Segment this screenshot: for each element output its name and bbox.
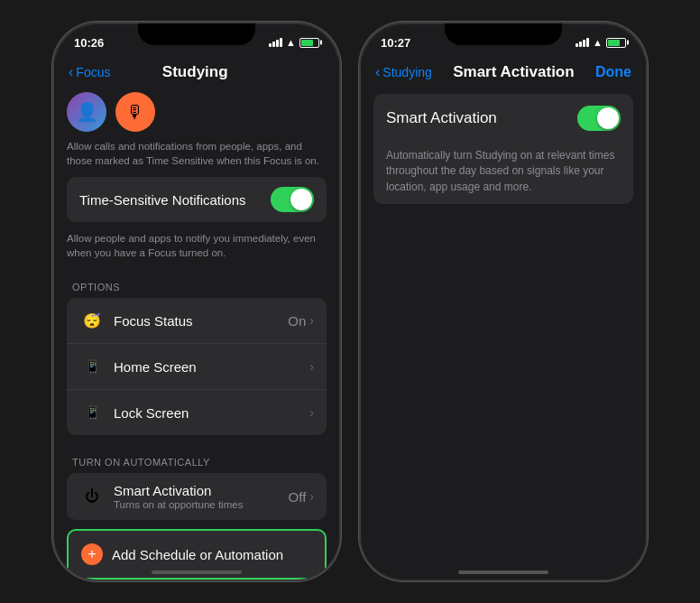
screen-2: ‹ Studying Smart Activation Done Smart A… [361, 56, 646, 580]
content-1: 👤 🎙 Allow calls and notifications from p… [54, 87, 339, 580]
lock-screen-label: Lock Screen [114, 405, 189, 421]
smart-activation-section: ⏻ Smart Activation Turns on at opportune… [67, 473, 327, 520]
back-label-1: Focus [76, 65, 110, 79]
options-header: OPTIONS [67, 269, 327, 298]
nav-bar-2: ‹ Studying Smart Activation Done [361, 56, 646, 87]
bar4-2 [586, 38, 589, 47]
lock-screen-icon: 📱 [79, 400, 105, 425]
smart-act-toggle-knob [597, 107, 619, 129]
focus-status-icon: 😴 [79, 308, 105, 333]
smart-activation-text: Smart Activation Turns on at opportune t… [114, 483, 243, 510]
smart-activation-left: ⏻ Smart Activation Turns on at opportune… [79, 483, 243, 510]
smart-activation-chevron: › [309, 489, 314, 504]
lock-screen-chevron: › [309, 405, 314, 420]
time-sensitive-section: Time-Sensitive Notifications [67, 177, 327, 222]
bar2 [272, 42, 275, 47]
chevron-back-icon-2: ‹ [375, 64, 380, 80]
battery-fill [301, 40, 313, 46]
nav-bar-1: ‹ Focus Studying [54, 56, 339, 87]
wifi-icon: ▲ [286, 37, 296, 48]
smart-act-label: Smart Activation [386, 109, 497, 127]
bar1 [269, 43, 272, 47]
time-sensitive-desc: Allow people and apps to notify you imme… [67, 231, 327, 269]
options-section: 😴 Focus Status On › 📱 Home Screen › [67, 298, 327, 435]
smart-act-section: Smart Activation Automatically turn Stud… [373, 94, 633, 204]
avatar-app: 🎙 [115, 92, 155, 132]
screen-1: ‹ Focus Studying 👤 🎙 Allow calls and not… [54, 56, 339, 580]
avatar-row: 👤 🎙 [67, 87, 327, 139]
smart-act-content: Smart Activation Automatically turn Stud… [361, 87, 646, 218]
battery-icon [299, 38, 319, 48]
allow-description: Allow calls and notifications from peopl… [67, 139, 327, 177]
smart-activation-value: Off [289, 489, 307, 505]
toggle-knob [290, 189, 312, 210]
lock-screen-right: › [309, 405, 314, 420]
status-icons-1: ▲ [269, 37, 319, 48]
battery-icon-2 [606, 38, 626, 48]
lock-screen-row[interactable]: 📱 Lock Screen › [67, 390, 327, 435]
time-sensitive-label: Time-Sensitive Notifications [79, 192, 246, 208]
smart-activation-subtitle: Turns on at opportune times [114, 499, 243, 510]
signal-icon [269, 38, 282, 47]
home-screen-icon: 📱 [79, 354, 105, 379]
chevron-back-icon: ‹ [69, 64, 73, 80]
focus-status-right: On › [288, 313, 314, 329]
phone-2: 10:27 ▲ ‹ Studying Smart Activation Done [359, 22, 648, 581]
notch-2 [445, 23, 562, 45]
time-1: 10:26 [74, 36, 104, 50]
focus-status-chevron: › [309, 313, 314, 328]
focus-status-row[interactable]: 😴 Focus Status On › [67, 298, 327, 344]
focus-status-value: On [288, 313, 306, 329]
time-2: 10:27 [381, 36, 410, 50]
focus-status-label: Focus Status [114, 313, 193, 329]
page-title-1: Studying [162, 63, 228, 81]
lock-screen-left: 📱 Lock Screen [79, 400, 189, 425]
battery-fill-2 [608, 40, 620, 46]
bar3 [276, 40, 279, 47]
add-schedule-label: Add Schedule or Automation [112, 547, 283, 562]
phone-1: 10:26 ▲ ‹ Focus Studying [52, 22, 341, 581]
home-screen-right: › [309, 359, 314, 374]
notch-1 [138, 23, 255, 45]
home-screen-left: 📱 Home Screen [79, 354, 197, 379]
signal-icon-2 [576, 38, 589, 47]
smart-activation-label: Smart Activation [114, 483, 243, 498]
done-button[interactable]: Done [595, 64, 631, 80]
home-indicator-1 [152, 571, 242, 574]
status-icons-2: ▲ [576, 37, 626, 48]
turn-on-header: TURN ON AUTOMATICALLY [67, 444, 327, 473]
smart-act-toggle[interactable] [577, 106, 621, 131]
smart-act-toggle-row[interactable]: Smart Activation [373, 94, 633, 143]
focus-status-left: 😴 Focus Status [79, 308, 193, 333]
bar1-2 [576, 43, 578, 47]
smart-activation-icon: ⏻ [79, 484, 105, 509]
home-screen-label: Home Screen [114, 359, 197, 375]
time-sensitive-toggle[interactable] [271, 187, 314, 212]
plus-icon: + [81, 543, 103, 565]
smart-activation-row[interactable]: ⏻ Smart Activation Turns on at opportune… [67, 473, 327, 520]
time-sensitive-row[interactable]: Time-Sensitive Notifications [67, 177, 327, 222]
avatar-person: 👤 [67, 92, 106, 132]
bar3-2 [583, 40, 585, 47]
home-screen-row[interactable]: 📱 Home Screen › [67, 344, 327, 390]
back-button-1[interactable]: ‹ Focus [69, 64, 110, 80]
back-button-2[interactable]: ‹ Studying [375, 64, 432, 80]
home-screen-chevron: › [309, 359, 314, 374]
bar2-2 [579, 42, 582, 47]
back-label-2: Studying [382, 65, 431, 79]
bar4 [280, 38, 282, 47]
home-indicator-2 [458, 571, 548, 574]
wifi-icon-2: ▲ [593, 37, 603, 48]
smart-activation-right: Off › [289, 489, 314, 505]
page-title-2: Smart Activation [453, 63, 574, 81]
smart-act-description: Automatically turn Studying on at releva… [373, 143, 633, 204]
